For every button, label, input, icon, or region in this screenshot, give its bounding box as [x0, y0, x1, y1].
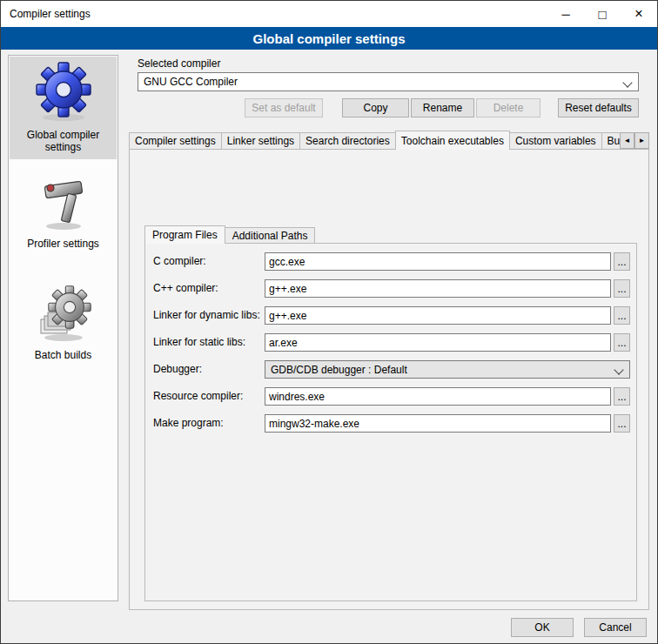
resource-compiler-input[interactable]: [265, 387, 611, 406]
chevron-down-icon: [622, 77, 632, 87]
executables-subtabbar: Program Files Additional Paths: [144, 225, 314, 244]
gear-icon: [34, 61, 93, 122]
caption-buttons: ─ □ ×: [547, 1, 657, 27]
field-label: Debugger:: [153, 360, 202, 379]
browse-button[interactable]: ...: [614, 279, 630, 298]
tab-scroll-left-button[interactable]: ◄: [620, 132, 634, 149]
window-title: Compiler settings: [1, 8, 91, 20]
reset-defaults-button[interactable]: Reset defaults: [558, 98, 639, 117]
browse-button[interactable]: ...: [614, 387, 630, 406]
browse-button[interactable]: ...: [614, 333, 630, 352]
cancel-button[interactable]: Cancel: [584, 618, 647, 637]
maximize-icon: □: [598, 7, 606, 22]
field-label: C++ compiler:: [153, 279, 218, 298]
rename-button[interactable]: Rename: [411, 98, 474, 117]
settings-tabbar: Compiler settings Linker settings Search…: [129, 131, 649, 150]
browse-button[interactable]: ...: [614, 414, 630, 433]
field-row: Resource compiler: ...: [144, 387, 637, 406]
chevron-down-icon: [614, 365, 623, 374]
field-row: Debugger: GDB/CDB debugger : Default: [144, 360, 637, 379]
selected-compiler-dropdown[interactable]: GNU GCC Compiler: [138, 72, 639, 91]
subtab-program-files[interactable]: Program Files: [144, 225, 225, 244]
field-label: C compiler:: [153, 252, 206, 271]
minimize-button[interactable]: ─: [547, 1, 584, 27]
browse-button[interactable]: ...: [614, 306, 630, 325]
sidebar-item-label: Global compiler settings: [10, 129, 117, 153]
browse-button[interactable]: ...: [614, 252, 630, 271]
page-title: Global compiler settings: [252, 31, 405, 46]
tab-linker-settings[interactable]: Linker settings: [221, 132, 300, 150]
field-row: Make program: ...: [144, 414, 637, 433]
set-as-default-button: Set as default: [245, 98, 323, 117]
settings-sidebar: Global compiler settings Profiler settin…: [8, 55, 118, 601]
tab-custom-variables[interactable]: Custom variables: [509, 132, 602, 150]
compiler-settings-window: Compiler settings ─ □ × Global compiler …: [0, 0, 658, 644]
sidebar-item-label: Profiler settings: [10, 238, 117, 250]
field-row: C compiler: ...: [144, 252, 637, 271]
ok-button[interactable]: OK: [511, 618, 574, 637]
field-row: Linker for static libs: ...: [144, 333, 637, 352]
tab-compiler-settings[interactable]: Compiler settings: [129, 132, 222, 150]
field-label: Linker for static libs:: [153, 333, 245, 352]
title-bar: Compiler settings ─ □ ×: [1, 1, 657, 27]
debugger-select[interactable]: GDB/CDB debugger : Default: [265, 360, 630, 379]
tab-scroll-right-button[interactable]: ►: [634, 132, 649, 149]
dynamic-linker-input[interactable]: [265, 306, 611, 325]
field-row: Linker for dynamic libs: ...: [144, 306, 637, 325]
cpp-compiler-input[interactable]: [265, 279, 611, 298]
field-row: C++ compiler: ...: [144, 279, 637, 298]
selected-compiler-label: Selected compiler: [138, 57, 220, 70]
maximize-button[interactable]: □: [584, 1, 621, 27]
close-icon: ×: [634, 6, 642, 22]
left-arrow-icon: ◄: [624, 137, 631, 144]
subtab-additional-paths[interactable]: Additional Paths: [225, 227, 316, 244]
dialog-header: Global compiler settings: [1, 27, 657, 50]
tab-toolchain-executables[interactable]: Toolchain executables: [395, 131, 510, 150]
batch-builds-icon: [35, 285, 92, 342]
make-program-input[interactable]: [265, 414, 611, 433]
delete-button: Delete: [476, 98, 540, 117]
field-label: Linker for dynamic libs:: [153, 306, 260, 325]
field-label: Make program:: [153, 414, 224, 433]
close-button[interactable]: ×: [621, 1, 657, 27]
selected-compiler-value: GNU GCC Compiler: [144, 76, 238, 88]
field-label: Resource compiler:: [153, 387, 243, 406]
debugger-value: GDB/CDB debugger : Default: [271, 364, 407, 376]
c-compiler-input[interactable]: [265, 252, 611, 271]
sidebar-item-global-compiler-settings[interactable]: Global compiler settings: [10, 57, 117, 159]
minimize-icon: ─: [561, 8, 569, 21]
static-linker-input[interactable]: [265, 333, 611, 352]
tab-search-directories[interactable]: Search directories: [299, 132, 396, 150]
right-arrow-icon: ►: [639, 137, 646, 144]
profiler-icon: [35, 175, 92, 231]
sidebar-item-batch-builds[interactable]: Batch builds: [10, 280, 117, 371]
copy-button[interactable]: Copy: [342, 98, 409, 117]
sidebar-item-label: Batch builds: [10, 349, 117, 361]
sidebar-item-profiler-settings[interactable]: Profiler settings: [10, 171, 117, 261]
